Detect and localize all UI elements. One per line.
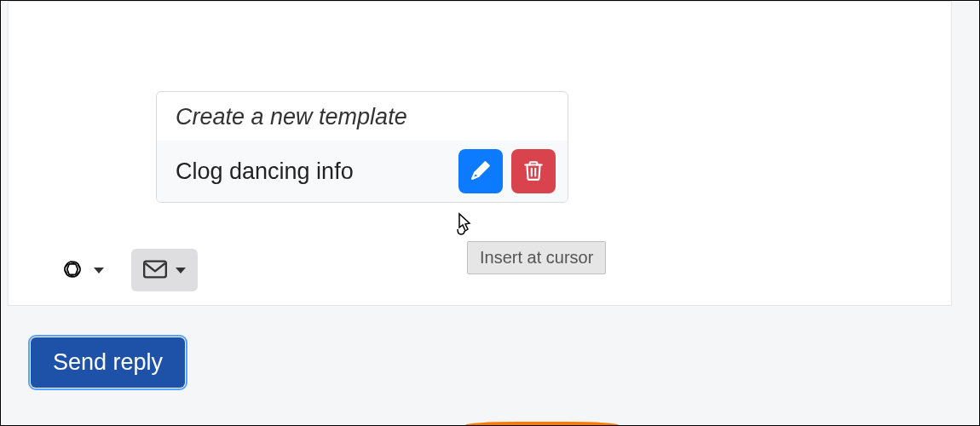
openai-icon <box>60 256 85 285</box>
template-row: Clog dancing info <box>157 141 568 202</box>
ai-dropdown-button[interactable] <box>48 249 116 291</box>
delete-template-button[interactable] <box>511 149 556 193</box>
chevron-down-icon <box>176 268 186 273</box>
pen-icon <box>470 159 492 184</box>
template-name[interactable]: Clog dancing info <box>176 158 450 185</box>
template-dropdown-button[interactable] <box>131 249 198 291</box>
svg-rect-3 <box>144 261 166 277</box>
template-popup: Create a new template Clog dancing info <box>156 91 568 203</box>
envelope-icon <box>143 260 167 281</box>
trash-icon <box>522 159 545 184</box>
decorative-curve <box>465 422 619 425</box>
send-reply-button[interactable]: Send reply <box>31 337 185 388</box>
chevron-down-icon <box>94 268 104 273</box>
svg-marker-2 <box>67 263 78 274</box>
tooltip-insert-at-cursor: Insert at cursor <box>467 241 606 274</box>
compose-toolbar <box>48 249 198 291</box>
create-template-header[interactable]: Create a new template <box>157 92 568 141</box>
insert-template-button[interactable] <box>458 149 503 193</box>
